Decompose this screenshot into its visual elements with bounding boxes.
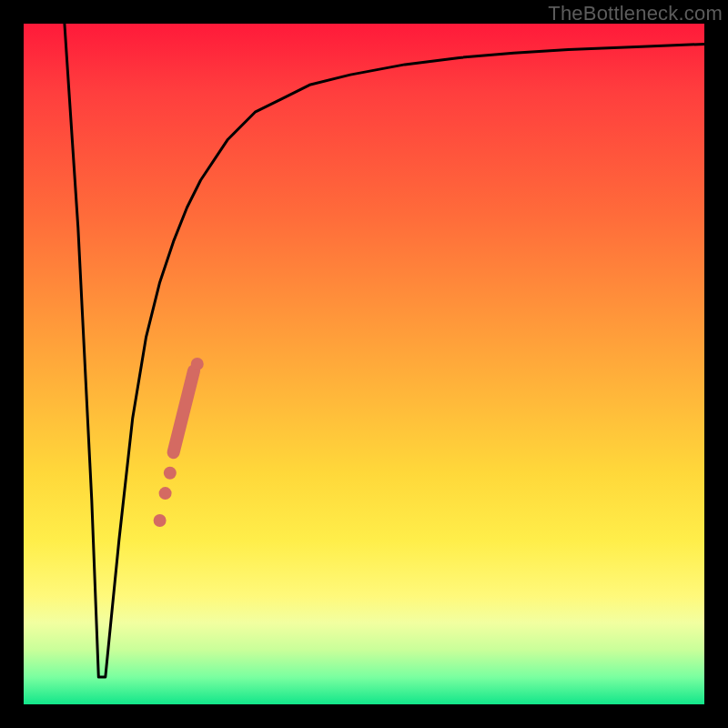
chart-plot-area — [24, 24, 704, 704]
chart-frame — [24, 24, 704, 704]
bottleneck-curve — [65, 24, 704, 677]
highlight-bar — [174, 370, 194, 452]
highlight-dot — [164, 467, 177, 480]
highlight-dot — [159, 487, 172, 500]
watermark-text: TheBottleneck.com — [548, 2, 723, 25]
highlight-dot — [154, 514, 167, 527]
highlight-dot — [191, 358, 204, 370]
chart-svg-layer — [24, 24, 704, 704]
